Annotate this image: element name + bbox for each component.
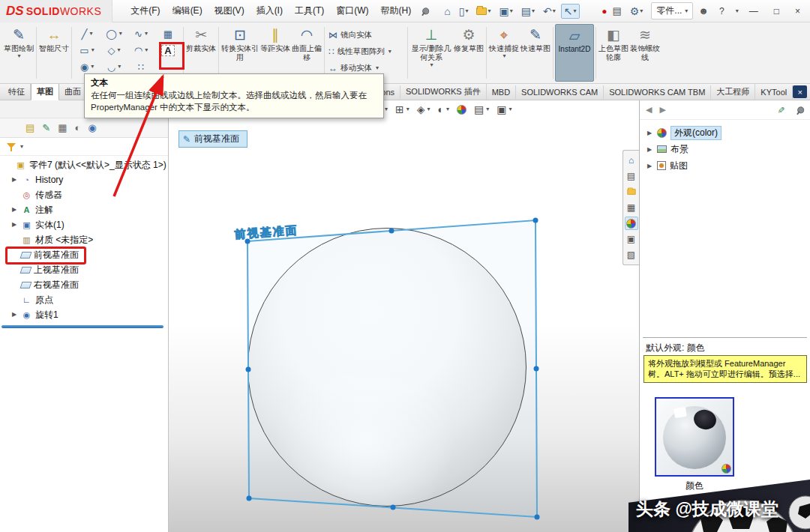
smart-dimension-button[interactable]: ↔ 智能尺寸 — [38, 24, 70, 82]
tab-solidworks-cam-tbm[interactable]: SOLIDWORKS CAM TBM — [604, 85, 711, 99]
restore-button[interactable]: □ — [769, 4, 784, 18]
linear-sketch-pattern-button[interactable]: ∷ 线性草图阵列 ▾ — [326, 44, 406, 59]
active-plane-tag[interactable]: ✎ 前视基准面 — [178, 130, 248, 148]
chevron-down-icon[interactable]: ▾ — [509, 106, 512, 112]
nav-forward-icon[interactable]: ▶ — [659, 105, 665, 115]
menu-view[interactable]: 视图(V) — [208, 1, 250, 20]
tab-kytool[interactable]: KYTool — [755, 85, 793, 99]
configuration-manager-tab-icon[interactable]: ▦ — [58, 123, 67, 133]
expand-arrow-icon[interactable]: ▶ — [10, 177, 18, 183]
tab-surfaces[interactable]: 曲面 — [59, 84, 87, 100]
chevron-down-icon[interactable]: ▾ — [488, 8, 490, 14]
tree-item-sensors[interactable]: ◎ 传感器 — [0, 187, 168, 202]
pin-task-pane-icon[interactable] — [795, 105, 806, 115]
user-avatar-icon[interactable]: ☻ — [698, 5, 709, 16]
tab-sketch[interactable]: 草图 — [31, 83, 59, 100]
tab-solidworks-addins[interactable]: SOLIDWORKS 插件 — [400, 84, 487, 100]
mirror-entities-button[interactable]: ⋈ 镜向实体 — [326, 28, 406, 43]
sketch-tool-pattern-grid[interactable]: ▦ — [154, 25, 182, 42]
appearances-tab-icon[interactable] — [625, 217, 638, 230]
quick-snaps-button[interactable]: ⌖ 快速捕捉 ▾ — [488, 24, 520, 82]
custom-properties-tab-icon[interactable]: ▣ — [625, 232, 638, 246]
hide-show-items-button[interactable]: ◐▾ — [438, 104, 449, 115]
sketch-tool-spline[interactable]: ∿▾ — [128, 25, 154, 42]
filter-funnel-icon[interactable] — [6, 142, 16, 152]
chevron-down-icon[interactable]: ▾ — [486, 106, 489, 112]
tab-engineer[interactable]: 大工程师 — [711, 84, 755, 100]
select-tool-button[interactable]: ↖▾ — [561, 4, 580, 19]
sketch-tool-point[interactable]: ◉▾ — [74, 58, 100, 75]
sketch-draw-button[interactable]: ✎ 草图绘制 ▾ — [3, 24, 34, 82]
document-selector[interactable]: 零件...▾ — [651, 2, 693, 19]
expand-arrow-icon[interactable]: ▶ — [10, 207, 18, 213]
menu-tools[interactable]: 工具(T) — [289, 1, 330, 20]
chevron-down-icon[interactable]: ▾ — [118, 64, 121, 70]
display-style-button[interactable]: ◈▾ — [417, 104, 430, 115]
help-button[interactable]: ? — [714, 4, 730, 18]
options-button[interactable]: ⚙▾ — [627, 4, 646, 19]
tab-close-button[interactable]: × — [793, 85, 807, 98]
tree-item-annotations[interactable]: ▶ A 注解 — [0, 202, 168, 217]
sketch-tool-arc[interactable]: ◠▾ — [128, 42, 154, 58]
chevron-down-icon[interactable]: ▾ — [532, 8, 535, 14]
scenes-node[interactable]: ▶ 布景 — [640, 141, 810, 157]
chevron-down-icon[interactable]: ▾ — [20, 144, 23, 150]
chevron-down-icon[interactable]: ▾ — [640, 8, 643, 14]
chevron-down-icon[interactable]: ▾ — [406, 106, 410, 112]
chevron-down-icon[interactable]: ▾ — [117, 47, 120, 53]
chevron-down-icon[interactable]: ▾ — [89, 31, 92, 37]
dimxpert-tab-icon[interactable]: ◐ — [75, 123, 81, 133]
appearance-preview-thumbnail[interactable] — [655, 397, 734, 477]
repair-sketch-button[interactable]: ⚙ 修复草图 — [453, 24, 484, 82]
print-button[interactable]: ▤▾ — [518, 4, 538, 19]
tab-mbd[interactable]: MBD — [487, 85, 516, 99]
display-manager-tab-icon[interactable]: ◉ — [88, 123, 96, 133]
menu-file[interactable]: 文件(F) — [124, 1, 166, 20]
expand-arrow-icon[interactable]: ▶ — [646, 163, 653, 169]
record-dot-icon[interactable]: ● — [602, 6, 607, 16]
eyedropper-icon[interactable]: ✎ — [776, 106, 786, 113]
menu-window[interactable]: 窗口(W) — [330, 1, 374, 20]
design-library-tab-icon[interactable]: ▤ — [625, 169, 638, 183]
apply-scene-button[interactable]: ▤▾ — [474, 104, 489, 115]
expand-arrow-icon[interactable]: ▶ — [10, 312, 18, 318]
tree-item-origin[interactable]: ∟ 原点 — [0, 292, 168, 307]
close-button[interactable]: × — [790, 4, 806, 18]
sketch-tool-polygon[interactable]: ◇▾ — [100, 42, 128, 58]
command-list-icon[interactable]: ▤ — [612, 5, 621, 16]
chevron-down-icon[interactable]: ▾ — [145, 31, 148, 37]
property-manager-tab-icon[interactable]: ✎ — [42, 123, 50, 133]
new-document-button[interactable]: ▯▾ — [456, 4, 472, 19]
chevron-down-icon[interactable]: ▾ — [510, 8, 513, 14]
tree-item-material[interactable]: ▥ 材质 <未指定> — [0, 232, 168, 247]
tree-item-part-root[interactable]: ▣ 零件7 (默认<<默认>_显示状态 1>) — [0, 157, 168, 172]
view-orientation-button[interactable]: ⊞▾ — [395, 104, 410, 115]
chevron-down-icon[interactable]: ▾ — [446, 106, 449, 112]
menu-edit[interactable]: 编辑(E) — [166, 1, 208, 20]
chevron-down-icon[interactable]: ▾ — [385, 106, 388, 112]
expand-arrow-icon[interactable]: ▶ — [646, 146, 653, 153]
view-palette-tab-icon[interactable]: ▦ — [625, 201, 638, 214]
menu-insert[interactable]: 插入(I) — [250, 1, 289, 20]
sketch-tool-circle[interactable]: ◯▾ — [100, 25, 128, 42]
decals-node[interactable]: ▶ 贴图 — [640, 157, 810, 174]
chevron-down-icon[interactable]: ▾ — [430, 62, 433, 68]
chevron-down-icon[interactable]: ▾ — [573, 8, 576, 14]
tree-item-solid-bodies[interactable]: ▶ ▣ 实体(1) — [0, 217, 168, 232]
open-document-button[interactable]: ▾ — [473, 5, 494, 17]
sphere-model[interactable] — [248, 228, 526, 507]
tab-features[interactable]: 特征 — [3, 84, 31, 100]
chevron-down-icon[interactable]: ▾ — [376, 65, 379, 71]
tree-item-top-plane[interactable]: 上视基准面 — [0, 262, 168, 277]
instant2d-button[interactable]: ▱ Instant2D — [555, 24, 594, 82]
nav-back-icon[interactable]: ◀ — [646, 105, 652, 115]
display-delete-relations-button[interactable]: ⊥ 显示/删除几何关系 ▾ — [410, 24, 453, 82]
rapid-sketch-button[interactable]: ✎ 快速草图 — [520, 24, 551, 82]
chevron-down-icon[interactable]: ▾ — [465, 8, 468, 14]
chevron-down-icon[interactable]: ▾ — [17, 53, 20, 59]
sketch-tool-arc-3point[interactable]: ◡▾ — [100, 58, 128, 75]
tree-item-history[interactable]: ▶ ◔ History — [0, 172, 168, 187]
sketch-tool-rectangle[interactable]: ▭▾ — [74, 42, 100, 58]
shaded-sketch-contours-button[interactable]: ◧ 上色草图轮廓 — [598, 24, 629, 82]
file-explorer-tab-icon[interactable] — [625, 185, 638, 199]
